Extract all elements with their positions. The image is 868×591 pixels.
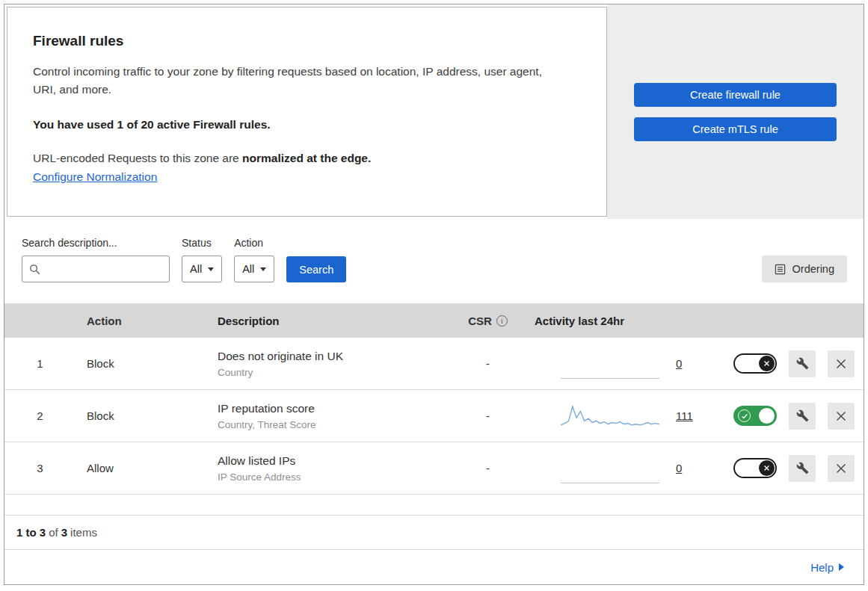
activity-count-link[interactable]: 0 [676,462,682,474]
status-dropdown-value: All [190,263,202,275]
create-mtls-rule-button[interactable]: Create mTLS rule [634,117,837,141]
rule-priority: 3 [4,462,76,474]
page-title: Firewall rules [33,33,576,49]
delete-rule-button[interactable] [828,455,855,482]
configure-normalization-link[interactable]: Configure Normalization [33,170,157,183]
delete-rule-button[interactable] [828,403,855,430]
rule-priority: 2 [4,409,76,422]
table-bottom-spacer [4,495,864,515]
activity-sparkline [561,356,659,379]
page-description: Control incoming traffic to your zone by… [33,63,560,99]
rule-controls [710,455,864,482]
edit-rule-button[interactable] [789,455,816,482]
activity-sparkline [561,461,659,483]
header-activity: Activity last 24hr [523,315,710,327]
rule-criteria: IP Source Address [218,471,452,483]
rule-activity-cell: 111 [523,403,710,430]
chevron-down-icon [260,267,266,271]
items-label: items [70,526,97,539]
search-input[interactable] [46,262,162,276]
rule-description: Allow listed IPs [218,454,452,468]
rule-enable-toggle[interactable] [733,458,777,478]
rule-activity-cell: 0 [523,454,710,483]
rule-action: Block [76,409,206,422]
rule-csr-value: - [452,409,523,422]
rule-csr-value: - [452,462,523,474]
normalization-prefix: URL-encoded Requests to this zone are [33,152,242,164]
rule-priority: 1 [4,357,76,370]
search-button[interactable]: Search [286,256,346,282]
delete-rule-button[interactable] [828,350,855,377]
table-row: 2 Block IP reputation score Country, Thr… [4,390,864,442]
close-icon [836,463,846,474]
activity-sparkline [561,403,659,430]
items-total: 3 [61,526,67,539]
filter-bar: Search description... Status All Action … [4,219,864,303]
normalization-text: URL-encoded Requests to this zone are no… [33,152,576,165]
rule-description-cell: Does not originate in UK Country [206,350,452,378]
search-label: Search description... [22,237,170,249]
pagination-summary: 1 to 3 of 3 items [4,515,864,550]
chevron-down-icon [208,267,214,271]
rule-enable-toggle[interactable] [733,353,777,374]
toggle-knob [759,408,775,424]
search-box [22,256,170,282]
firewall-rules-module: Firewall rules Control incoming traffic … [4,4,864,585]
wrench-icon [796,357,809,370]
rule-csr-value: - [452,357,523,370]
status-group: Status All [182,237,222,282]
rule-description-cell: IP reputation score Country, Threat Scor… [206,402,452,430]
rule-action: Allow [76,462,206,474]
table-header-row: Action Description CSRi Activity last 24… [4,303,864,338]
rule-description-cell: Allow listed IPs IP Source Address [206,454,452,483]
wrench-icon [796,462,809,474]
search-icon [29,264,40,275]
edit-rule-button[interactable] [789,403,816,430]
header-action: Action [76,315,206,327]
ordering-button[interactable]: Ordering [762,256,847,282]
usage-text: You have used 1 of 20 active Firewall ru… [33,118,576,131]
rule-enable-toggle[interactable] [733,406,777,426]
action-group: Action All [234,237,274,282]
rule-description: IP reputation score [218,402,452,415]
ordering-list-icon [775,264,786,275]
rule-activity-cell: 0 [523,349,710,379]
header-description: Description [206,315,452,327]
status-dropdown[interactable]: All [182,256,222,282]
rule-action: Block [76,357,206,370]
table-row: 3 Allow Allow listed IPs IP Source Addre… [4,442,864,495]
action-dropdown-value: All [242,263,254,275]
activity-count-link[interactable]: 0 [676,357,682,370]
x-icon [759,356,775,371]
intro-card: Firewall rules Control incoming traffic … [7,7,607,217]
help-link[interactable]: Help [810,561,844,574]
activity-count-link[interactable]: 111 [676,409,693,422]
items-range: 1 to 3 [16,526,46,539]
wrench-icon [796,409,809,422]
close-icon [836,359,846,369]
ordering-button-label: Ordering [792,263,834,275]
x-icon [759,460,775,476]
header-csr: CSRi [452,315,523,327]
csr-info-icon[interactable]: i [496,315,508,327]
action-label: Action [234,237,274,249]
top-section: Firewall rules Control incoming traffic … [4,4,864,219]
help-link-label: Help [810,561,834,574]
rule-controls [710,403,864,430]
items-of-text: of [49,526,58,539]
normalization-bold: normalized at the edge. [242,152,371,164]
actions-panel: Create firewall rule Create mTLS rule [607,4,864,219]
rule-controls [710,350,864,377]
rule-description: Does not originate in UK [218,350,452,363]
rule-criteria: Country [218,367,452,378]
search-group: Search description... [22,237,170,282]
header-csr-label: CSR [468,315,492,327]
create-firewall-rule-button[interactable]: Create firewall rule [634,83,837,107]
status-label: Status [182,237,222,249]
edit-rule-button[interactable] [789,350,816,377]
help-bar: Help [4,550,864,584]
action-dropdown[interactable]: All [234,256,274,282]
rule-criteria: Country, Threat Score [218,419,452,430]
check-icon [738,409,751,422]
arrow-right-icon [839,563,844,571]
